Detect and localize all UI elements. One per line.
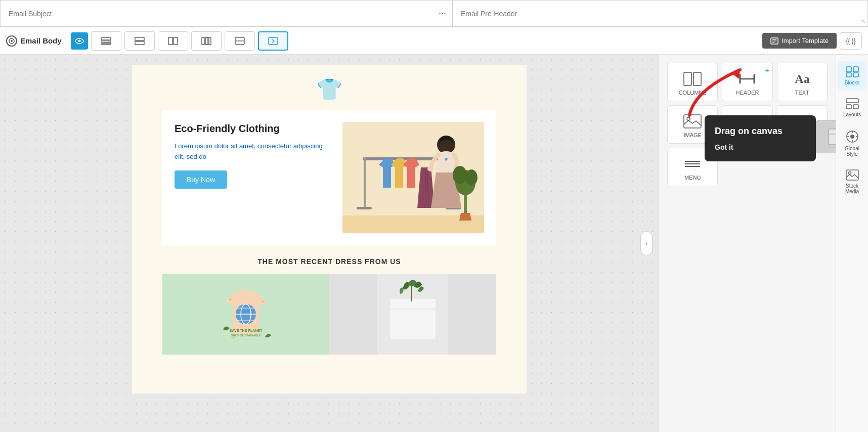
svg-rect-53 xyxy=(684,115,701,128)
svg-rect-5 xyxy=(102,44,111,45)
product-desc: Lorem ipsum dolor sit amet, consectetur … xyxy=(175,141,330,162)
global-style-icon xyxy=(845,129,859,144)
blocks-label: Blocks xyxy=(845,80,859,85)
block-label-columns: COLUMNS xyxy=(679,90,707,96)
svg-rect-50 xyxy=(684,72,691,85)
import-template-label: Import Template xyxy=(782,37,829,45)
svg-rect-7 xyxy=(135,41,144,45)
svg-text:✦: ✦ xyxy=(261,299,265,304)
toolbar: Email Body xyxy=(0,27,868,55)
svg-rect-69 xyxy=(846,99,858,103)
layout-button-6[interactable] xyxy=(258,31,288,51)
email-preheader-input[interactable] xyxy=(452,0,868,27)
layout-button-3[interactable] xyxy=(158,31,188,51)
header-plus-icon: + xyxy=(765,66,769,74)
email-canvas: 👕 Eco-Friendly Clothing Lorem ipsum dolo… xyxy=(132,65,527,394)
svg-rect-65 xyxy=(846,67,851,72)
svg-rect-70 xyxy=(846,105,851,109)
far-right-sidebar: Blocks Layouts Global Style xyxy=(836,55,868,432)
svg-rect-15 xyxy=(269,37,278,45)
layout-button-1[interactable] xyxy=(91,31,121,51)
svg-rect-68 xyxy=(853,73,858,77)
svg-rect-63 xyxy=(829,129,836,145)
svg-rect-3 xyxy=(102,37,111,40)
menu-icon xyxy=(683,156,702,171)
toolbar-title: Email Body xyxy=(20,36,62,45)
top-bar: ··· ⤡ xyxy=(0,0,868,27)
global-style-label: Global Style xyxy=(841,146,863,157)
buy-now-button[interactable]: Buy Now xyxy=(175,170,227,189)
svg-rect-12 xyxy=(209,37,211,45)
email-subject-input[interactable] xyxy=(0,0,432,27)
svg-rect-25 xyxy=(357,207,372,209)
block-label-header: HEADER xyxy=(736,90,759,96)
svg-rect-67 xyxy=(846,73,851,77)
svg-rect-47 xyxy=(390,299,436,339)
svg-point-33 xyxy=(453,166,467,184)
svg-rect-23 xyxy=(364,157,366,208)
tshirt-illustration: SAVE THE PLANET SHOP SUSTAINABLE ✦ ✦ ✦ xyxy=(210,274,281,355)
dots-label: ··· xyxy=(439,8,446,19)
blocks-icon xyxy=(845,66,859,78)
product-section: Eco-Friendly Clothing Lorem ipsum dolor … xyxy=(162,110,496,245)
sidebar-item-global-style[interactable]: Global Style xyxy=(838,124,866,162)
svg-rect-8 xyxy=(168,37,172,45)
layout-button-4[interactable] xyxy=(191,31,222,51)
drag-preview xyxy=(816,120,836,153)
svg-rect-10 xyxy=(202,37,204,45)
svg-rect-9 xyxy=(173,37,178,45)
svg-rect-78 xyxy=(846,170,858,180)
header-icon xyxy=(738,71,756,87)
layouts-icon xyxy=(845,98,859,110)
svg-rect-6 xyxy=(135,37,144,40)
right-sidebar: COLUMNS + HEADER xyxy=(659,55,836,432)
template-code-button[interactable]: {{ }} xyxy=(840,32,862,50)
template-code-label: {{ }} xyxy=(846,37,855,45)
sidebar-item-layouts[interactable]: Layouts xyxy=(838,93,866,122)
drag-tooltip: Drag on canvas Got it xyxy=(705,115,816,161)
clothing-rack-illustration xyxy=(342,122,484,233)
svg-point-79 xyxy=(848,172,851,175)
resize-handle: ⤡ xyxy=(861,18,866,25)
block-label-image: IMAGE xyxy=(683,132,701,138)
drag-tooltip-title: Drag on canvas xyxy=(715,125,806,137)
layout-button-5[interactable] xyxy=(225,31,255,51)
toolbar-logo: Email Body xyxy=(6,35,62,47)
import-template-button[interactable]: Import Template xyxy=(762,33,837,49)
columns-icon xyxy=(683,71,702,87)
stock-media-label: Stock Media xyxy=(841,183,863,194)
stock-media-icon xyxy=(845,169,859,181)
collapse-sidebar-button[interactable]: › xyxy=(640,231,653,255)
shirt-icon: 👕 xyxy=(316,77,342,102)
block-item-text[interactable]: Aa TEXT xyxy=(777,63,828,101)
product-card-1: SAVE THE PLANET SHOP SUSTAINABLE ✦ ✦ ✦ xyxy=(162,274,329,355)
view-button[interactable] xyxy=(71,32,88,50)
product-card-2 xyxy=(329,274,496,355)
svg-point-1 xyxy=(11,40,13,42)
svg-point-73 xyxy=(850,135,854,139)
main-area: 👕 Eco-Friendly Clothing Lorem ipsum dolo… xyxy=(0,55,868,432)
svg-text:SAVE THE PLANET: SAVE THE PLANET xyxy=(230,329,263,332)
layouts-label: Layouts xyxy=(843,112,861,117)
sidebar-item-blocks[interactable]: Blocks xyxy=(838,61,866,91)
product-image xyxy=(342,122,484,233)
email-subject-dots[interactable]: ··· xyxy=(432,0,452,27)
drag-tooltip-gotit[interactable]: Got it xyxy=(715,143,806,151)
svg-rect-51 xyxy=(693,72,701,85)
svg-text:✦: ✦ xyxy=(232,335,236,340)
settings-icon xyxy=(6,35,17,47)
block-item-columns[interactable]: COLUMNS xyxy=(667,63,718,101)
canvas-area[interactable]: 👕 Eco-Friendly Clothing Lorem ipsum dolo… xyxy=(0,55,659,432)
svg-text:✦: ✦ xyxy=(228,297,232,303)
svg-point-34 xyxy=(465,169,478,186)
svg-point-30 xyxy=(427,166,433,171)
block-item-header[interactable]: + HEADER xyxy=(722,63,772,101)
svg-rect-11 xyxy=(205,37,208,45)
product-title: Eco-Friendly Clothing xyxy=(175,122,330,135)
email-header: 👕 xyxy=(132,65,527,110)
svg-rect-66 xyxy=(853,67,858,72)
sidebar-item-stock-media[interactable]: Stock Media xyxy=(838,164,866,199)
folded-shirt-illustration xyxy=(377,274,448,355)
products-grid: SAVE THE PLANET SHOP SUSTAINABLE ✦ ✦ ✦ xyxy=(162,274,496,355)
layout-button-2[interactable] xyxy=(124,31,155,51)
